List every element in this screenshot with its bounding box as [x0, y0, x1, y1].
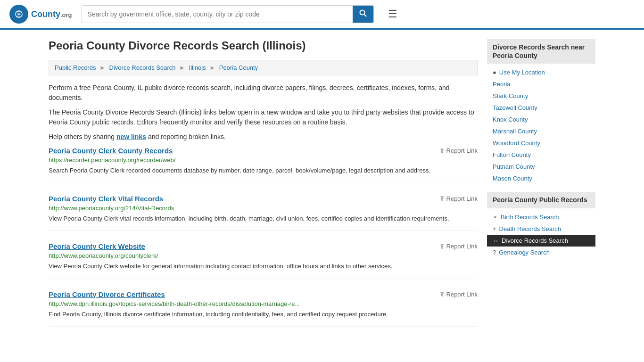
svg-point-2 [360, 10, 364, 15]
description-1: Perform a free Peoria County, IL public … [49, 83, 478, 103]
page-container: Peoria County Divorce Records Search (Il… [39, 30, 605, 347]
result-item: Peoria County Divorce Certificates ☤ Rep… [49, 290, 478, 327]
sidebar-item-stark[interactable]: Stark County [487, 90, 595, 102]
logo-text: County.org [31, 9, 72, 19]
new-links-link[interactable]: new links [116, 133, 146, 140]
description-2: The Peoria County Divorce Records Search… [49, 107, 478, 127]
logo-icon [9, 5, 28, 24]
result-url: http://www.dph.illinois.gov/topics-servi… [49, 300, 478, 307]
arrows-icon: ↔ [493, 237, 499, 244]
result-url: http://www.peoriacounty.org/countyclerk/ [49, 252, 478, 259]
description-3: Help others by sharing new links and rep… [49, 132, 478, 142]
sidebar-item-knox[interactable]: Knox County [487, 114, 595, 125]
report-link-button[interactable]: ☤ Report Link [440, 147, 478, 155]
report-icon: ☤ [440, 147, 444, 155]
sidebar-item-woodford[interactable]: Woodford County [487, 137, 595, 149]
result-item: Peoria County Clerk Vital Records ☤ Repo… [49, 195, 478, 231]
sidebar-divorce-records[interactable]: ↔ Divorce Records Search [487, 235, 595, 247]
result-item: Peoria County Clerk Website ☤ Report Lin… [49, 242, 478, 279]
sidebar-item-fulton[interactable]: Fulton County [487, 149, 595, 161]
search-input[interactable] [82, 6, 353, 23]
report-icon: ☤ [440, 290, 444, 298]
header: County.org ☰ [0, 0, 644, 30]
sidebar-use-location[interactable]: ● Use My Location [487, 66, 595, 78]
sidebar-nearby-section: Divorce Records Search near Peoria Count… [487, 39, 595, 184]
sidebar-nearby-title: Divorce Records Search near Peoria Count… [487, 39, 595, 64]
result-desc: Search Peoria County Clerk recorded docu… [49, 166, 478, 175]
page-title: Peoria County Divorce Records Search (Il… [49, 39, 478, 52]
report-icon: ☤ [440, 195, 444, 202]
sidebar-birth-records[interactable]: ⚬ Birth Records Search [487, 211, 595, 223]
result-title-row: Peoria County Clerk Vital Records ☤ Repo… [49, 195, 478, 203]
svg-line-3 [364, 15, 366, 17]
sidebar-item-marshall[interactable]: Marshall County [487, 125, 595, 137]
result-link[interactable]: Peoria County Clerk County Records [49, 147, 173, 155]
report-link-button[interactable]: ☤ Report Link [440, 290, 478, 298]
result-title-row: Peoria County Clerk County Records ☤ Rep… [49, 147, 478, 155]
location-icon: ● [493, 69, 496, 76]
breadcrumb-public-records[interactable]: Public Records [55, 64, 96, 71]
sidebar-item-peoria[interactable]: Peoria [487, 78, 595, 90]
logo[interactable]: County.org [9, 5, 72, 24]
report-link-button[interactable]: ☤ Report Link [440, 243, 478, 250]
menu-icon[interactable]: ☰ [388, 8, 397, 20]
result-item: Peoria County Clerk County Records ☤ Rep… [49, 147, 478, 183]
result-desc: View Peoria County Clerk website for gen… [49, 262, 478, 271]
question-icon: ? [493, 249, 496, 256]
main-content: Peoria County Divorce Records Search (Il… [49, 39, 478, 338]
result-url: https://recorder.peoriacounty.org/record… [49, 156, 478, 164]
sidebar-death-records[interactable]: + Death Records Search [487, 223, 595, 235]
result-link[interactable]: Peoria County Clerk Website [49, 242, 145, 250]
sidebar-item-tazewell[interactable]: Tazewell County [487, 102, 595, 114]
result-link[interactable]: Peoria County Clerk Vital Records [49, 195, 163, 203]
breadcrumb: Public Records ► Divorce Records Search … [49, 60, 478, 75]
result-title-row: Peoria County Clerk Website ☤ Report Lin… [49, 242, 478, 250]
report-link-button[interactable]: ☤ Report Link [440, 195, 478, 202]
result-desc: Find Peoria County, Illinois divorce cer… [49, 310, 478, 319]
result-desc: View Peoria County Clerk vital records i… [49, 214, 478, 223]
sidebar-item-putnam[interactable]: Putnam County [487, 161, 595, 173]
breadcrumb-peoria-county[interactable]: Peoria County [219, 64, 258, 71]
breadcrumb-divorce-records[interactable]: Divorce Records Search [109, 64, 176, 71]
use-location-link[interactable]: Use My Location [499, 69, 545, 76]
search-button[interactable] [353, 6, 373, 23]
result-link[interactable]: Peoria County Divorce Certificates [49, 290, 165, 298]
person-icon: ⚬ [493, 214, 498, 221]
breadcrumb-illinois[interactable]: Illinois [189, 64, 206, 71]
sidebar-item-mason[interactable]: Mason County [487, 173, 595, 184]
sidebar: Divorce Records Search near Peoria Count… [487, 39, 595, 338]
search-bar [82, 5, 374, 23]
sidebar-public-records-section: Peoria County Public Records ⚬ Birth Rec… [487, 192, 595, 258]
report-icon: ☤ [440, 243, 444, 250]
result-url: http://www.peoriacounty.org/214/Vital-Re… [49, 205, 478, 212]
sidebar-public-records-title: Peoria County Public Records [487, 192, 595, 208]
results-list: Peoria County Clerk County Records ☤ Rep… [49, 147, 478, 327]
sidebar-genealogy[interactable]: ? Genealogy Search [487, 247, 595, 258]
result-title-row: Peoria County Divorce Certificates ☤ Rep… [49, 290, 478, 298]
cross-icon: + [493, 225, 496, 232]
